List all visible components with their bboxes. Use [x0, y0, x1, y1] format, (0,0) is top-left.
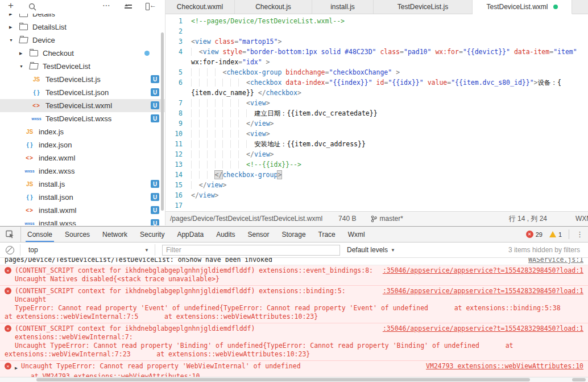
- code-line-15[interactable]: 15 </view>: [165, 180, 588, 190]
- devtools-tab-network[interactable]: Network: [96, 227, 134, 242]
- inspect-element-icon[interactable]: [0, 227, 21, 242]
- devtools-tab-security[interactable]: Security: [134, 227, 171, 242]
- expand-arrow-icon[interactable]: ▶: [15, 362, 21, 372]
- tree-item-index.json[interactable]: { }index.json: [0, 138, 165, 151]
- line-content: 建立日期：{{item.dvc_createdate}}: [183, 108, 378, 118]
- tree-item-index.wxml[interactable]: <>index.wxml: [0, 151, 165, 165]
- scrollbar-thumb[interactable]: [572, 378, 586, 381]
- tree-item-TestDeviceList.wxss[interactable]: wxssTestDeviceList.wxssU: [0, 112, 165, 125]
- devtools-tab-audits[interactable]: Audits: [210, 227, 241, 242]
- chevron-right-icon[interactable]: ▶: [19, 51, 27, 56]
- console-counters[interactable]: ✕ 29 1: [526, 227, 562, 242]
- indent-guide: [238, 130, 246, 138]
- line-number: 7: [165, 98, 183, 108]
- code-line-12[interactable]: 12 </view>: [165, 149, 588, 159]
- code-token: view: [250, 130, 266, 138]
- context-selector[interactable]: top ▼: [20, 246, 155, 254]
- tree-item-TestDeviceList[interactable]: ▼TestDeviceList: [0, 60, 165, 73]
- code-line-16[interactable]: 16</view>: [165, 190, 588, 200]
- tree-item-DetailsList[interactable]: ▶DetailsList: [0, 20, 165, 34]
- code-line-9[interactable]: 9 </view>: [165, 118, 588, 129]
- editor-tab-Checkout.js[interactable]: Checkout.js: [235, 0, 312, 14]
- code-line-17[interactable]: 17: [165, 200, 588, 211]
- chevron-down-icon[interactable]: ▼: [9, 38, 16, 42]
- console-filter-input[interactable]: [162, 245, 340, 256]
- editor-tab-Checkout.wxml[interactable]: Checkout.wxml: [165, 0, 235, 14]
- code-line-4[interactable]: 4 <view style="border-bottom:1px solid #…: [165, 47, 588, 57]
- source-link[interactable]: :35046/appservice/appservice?t=155428329…: [383, 287, 583, 295]
- search-icon[interactable]: [28, 3, 36, 13]
- source-link[interactable]: :35046/appservice/appservice?t=155428329…: [383, 325, 583, 333]
- collapse-all-icon[interactable]: [125, 4, 132, 10]
- tree-item-Details[interactable]: ▶Details: [0, 14, 165, 20]
- source-link[interactable]: :35046/appservice/appservice?t=155428329…: [383, 266, 583, 275]
- code-line-2[interactable]: 2: [165, 26, 588, 36]
- chevron-right-icon[interactable]: ▶: [9, 25, 16, 30]
- tree-item-install.wxml[interactable]: <>install.wxmlU: [0, 204, 165, 217]
- code-token: wx:for: [435, 48, 459, 56]
- tree-item-index.js[interactable]: JSindex.js: [0, 125, 165, 138]
- chevron-down-icon[interactable]: ▼: [19, 64, 27, 68]
- indent-guide: [238, 109, 246, 117]
- devtools-tab-console[interactable]: Console: [21, 227, 59, 242]
- code-token: checkbox: [266, 89, 297, 97]
- code-line-10[interactable]: 10 <view>: [165, 129, 588, 139]
- code-line-1[interactable]: 1<!--pages/Device/TestDeviceList.wxml-->: [165, 16, 588, 26]
- add-file-icon[interactable]: +: [8, 0, 14, 11]
- code-line-3[interactable]: 3<view class="martop15">: [165, 36, 588, 47]
- tree-item-Device[interactable]: ▼Device: [0, 34, 165, 47]
- devtools-menu-icon[interactable]: ⋮: [569, 229, 583, 239]
- tree-item-TestDeviceList.js[interactable]: JSTestDeviceList.jsU: [0, 73, 165, 86]
- devtools-tab-storage[interactable]: Storage: [276, 227, 312, 242]
- tree-item-label: Details: [32, 14, 55, 18]
- cursor-position[interactable]: 行 14 , 列 24: [509, 214, 547, 224]
- code-line-13[interactable]: 13 <!--{{idx}}-->: [165, 159, 588, 170]
- devtools-tab-trace[interactable]: Trace: [312, 227, 342, 242]
- console-hscrollbar[interactable]: [0, 377, 588, 382]
- indent-guide: [207, 161, 215, 169]
- devtools-tab-wxml[interactable]: Wxml: [342, 227, 371, 242]
- code-line-wrap[interactable]: wx:for-index="idx" >: [165, 57, 588, 67]
- indent-guide: [222, 109, 230, 117]
- source-link[interactable]: WAService.js:1: [528, 258, 583, 264]
- code-line-7[interactable]: 7 <view>: [165, 98, 588, 108]
- editor-tab-install.js[interactable]: install.js: [312, 0, 374, 14]
- tree-item-Checkout[interactable]: ▶Checkout: [0, 47, 165, 60]
- language-mode[interactable]: WXML: [575, 215, 588, 223]
- tree-item-install.js[interactable]: JSinstall.jsU: [0, 178, 165, 191]
- log-levels-selector[interactable]: Default levels ▼: [347, 246, 395, 254]
- toggle-sidebar-icon[interactable]: ←: [146, 3, 155, 10]
- line-number: 5: [165, 67, 183, 77]
- source-link[interactable]: VM24793 extensions::webViewAttributes:10: [426, 362, 583, 371]
- git-branch[interactable]: master*: [371, 215, 403, 223]
- tree-item-install.wxss[interactable]: wxssinstall.wxssU: [0, 217, 165, 225]
- devtools-tab-sensor[interactable]: Sensor: [242, 227, 276, 242]
- tree-item-install.json[interactable]: { }install.jsonU: [0, 191, 165, 204]
- indent-guide: [222, 120, 230, 128]
- devtools-tab-appdata[interactable]: AppData: [171, 227, 210, 242]
- devtools-tab-sources[interactable]: Sources: [59, 227, 96, 242]
- code-line-wrap[interactable]: {item.dvc_name}} </checkbox>: [165, 88, 588, 98]
- more-icon[interactable]: ⋯: [102, 1, 111, 10]
- code-line-14[interactable]: 14 </checkbox-group>: [165, 170, 588, 180]
- scrollbar-thumb[interactable]: [36, 378, 530, 381]
- tree-item-TestDeviceList.wxml[interactable]: <>TestDeviceList.wxmlU: [0, 99, 165, 112]
- code-area[interactable]: 1<!--pages/Device/TestDeviceList.wxml-->…: [165, 14, 588, 211]
- clear-console-icon[interactable]: [6, 246, 14, 254]
- code-token: checkbox-group: [226, 68, 281, 76]
- editor-tabstrip: Checkout.wxmlCheckout.jsinstall.jsTestDe…: [165, 0, 588, 14]
- tree-scrollbar[interactable]: [161, 32, 164, 211]
- tree-item-TestDeviceList.json[interactable]: { }TestDeviceList.jsonU: [0, 86, 165, 99]
- editor-tab-TestDeviceList.wxml[interactable]: TestDeviceList.wxml: [473, 0, 572, 14]
- code-token: [510, 48, 514, 56]
- editor-tab-TestDeviceList.js[interactable]: TestDeviceList.js: [374, 0, 473, 14]
- code-line-11[interactable]: 11 安装地址：{{item.dvc_address}}: [165, 139, 588, 149]
- code-token: view: [195, 38, 211, 46]
- code-line-8[interactable]: 8 建立日期：{{item.dvc_createdate}}: [165, 108, 588, 118]
- tree-item-index.wxss[interactable]: wxssindex.wxss: [0, 165, 165, 178]
- chevron-right-icon[interactable]: ▶: [9, 14, 16, 17]
- code-line-6[interactable]: 6 <checkbox data-index="{{index}}" id="{…: [165, 77, 588, 88]
- stack-line: at extensions::webViewAttributes:10:23}: [131, 350, 310, 358]
- stack-link[interactable]: VM24793 extensions::webViewAttributes:10: [42, 372, 200, 377]
- code-line-5[interactable]: 5 <checkbox-group bindchange="checkboxCh…: [165, 67, 588, 77]
